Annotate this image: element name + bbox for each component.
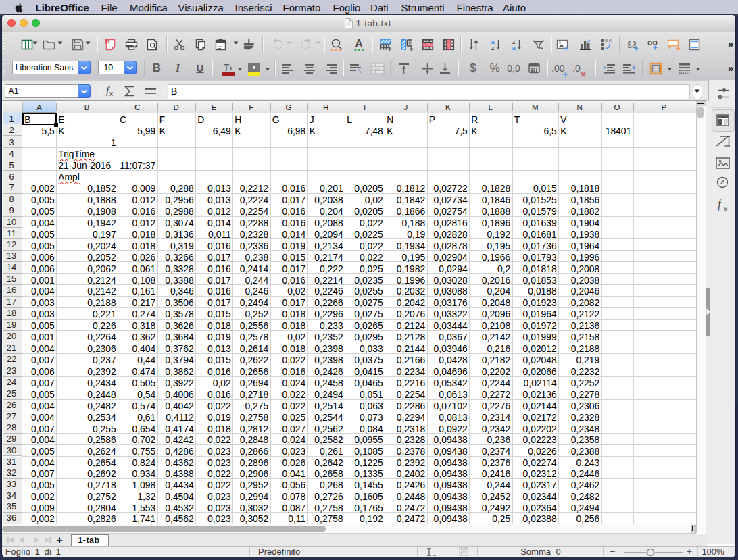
svg-text:f: f <box>718 199 723 211</box>
svg-text:A: A <box>355 39 363 49</box>
svg-text:a: a <box>512 44 516 51</box>
svg-text:T: T <box>223 63 229 73</box>
svg-text:x: x <box>109 90 113 97</box>
svg-text:x: x <box>724 205 728 212</box>
svg-text:Ω: Ω <box>627 39 637 51</box>
svg-text:z: z <box>491 44 495 51</box>
